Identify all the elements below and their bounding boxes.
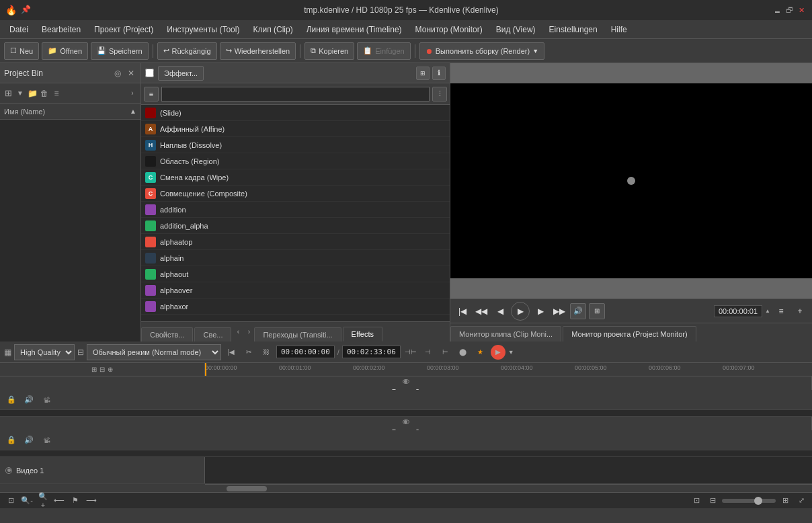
- h-scroll-thumb[interactable]: [227, 486, 267, 491]
- quality-select[interactable]: High Quality: [14, 344, 75, 360]
- add-folder-icon[interactable]: 📁: [27, 88, 38, 99]
- close-button[interactable]: ✕: [796, 5, 807, 15]
- tl-group-left[interactable]: ⊣: [421, 345, 436, 360]
- zoom-slider[interactable]: [722, 499, 776, 503]
- tab-prev-arrow[interactable]: ‹: [233, 327, 243, 337]
- tab-transitions[interactable]: Переходы (Transiti...: [254, 327, 341, 341]
- effect-item[interactable]: addition_alpha: [141, 218, 450, 234]
- track-video3-audio[interactable]: 🔊: [23, 394, 35, 406]
- step-forward-button[interactable]: ▶: [532, 303, 549, 319]
- track-video2-lock[interactable]: 🔒: [5, 434, 17, 446]
- new-button[interactable]: ☐ Neu: [4, 42, 39, 60]
- go-next-button[interactable]: ▶▶: [551, 303, 567, 319]
- go-prev-button[interactable]: ◀◀: [473, 303, 489, 319]
- tl-collapse-icon[interactable]: ⊟: [99, 366, 105, 373]
- effects-list-icon[interactable]: ≡: [144, 87, 159, 102]
- render-dropdown-arrow[interactable]: ▼: [532, 48, 538, 54]
- play-button[interactable]: ▶: [511, 302, 530, 321]
- status-prev-mark[interactable]: ⟵: [52, 494, 66, 508]
- monitor-add-button[interactable]: +: [792, 303, 808, 319]
- tl-go-start[interactable]: |◀: [224, 345, 239, 360]
- tl-play-timeline[interactable]: ▶: [491, 345, 505, 360]
- tl-split[interactable]: ⊣⊢: [403, 345, 418, 360]
- status-expand[interactable]: ⊞: [778, 494, 792, 508]
- time-spinner-up[interactable]: ▲: [765, 308, 770, 314]
- status-fullscreen-2[interactable]: ⤢: [795, 494, 808, 508]
- menu-view[interactable]: Вид (View): [489, 22, 542, 37]
- menu-bearbeiten[interactable]: Bearbeiten: [35, 22, 87, 37]
- effect-item[interactable]: (Slide): [141, 105, 450, 121]
- tab-eigenschaften[interactable]: Свойств...: [141, 327, 193, 341]
- menu-clip[interactable]: Клип (Clip): [246, 22, 299, 37]
- name-column-header[interactable]: Имя (Name) ▲: [0, 104, 140, 120]
- monitor-menu-button[interactable]: ≡: [773, 303, 789, 319]
- tl-extract[interactable]: ⬤: [456, 345, 471, 360]
- render-button[interactable]: ⏺ Выполнить сборку (Render) ▼: [419, 42, 544, 60]
- more-arrow[interactable]: ›: [127, 88, 138, 99]
- status-fit-btn[interactable]: ⊡: [4, 494, 17, 508]
- panel-float-icon[interactable]: ◎: [112, 68, 123, 79]
- effect-item[interactable]: alphain: [141, 250, 450, 266]
- menu-datei[interactable]: Datei: [3, 22, 35, 37]
- track-video1-mute[interactable]: [5, 467, 12, 474]
- status-next-mark[interactable]: ⟶: [85, 494, 98, 508]
- effects-tab-button[interactable]: Эффект...: [158, 66, 204, 81]
- effect-item[interactable]: CСмена кадра (Wipe): [141, 169, 450, 186]
- track-video3-mute[interactable]: [403, 379, 409, 384]
- tl-favorite[interactable]: ★: [473, 345, 488, 360]
- redo-button[interactable]: ↪ Wiederherstellen: [220, 42, 296, 60]
- tl-play-dropdown[interactable]: ▼: [508, 349, 514, 356]
- effect-item[interactable]: addition: [141, 202, 450, 218]
- project-view-icon[interactable]: ⊞: [3, 88, 13, 99]
- mode-select[interactable]: Обычный режим (Normal mode): [87, 344, 221, 360]
- list-view-icon[interactable]: ≡: [51, 88, 62, 99]
- effect-item[interactable]: alphaatop: [141, 234, 450, 250]
- status-zoom-out-btn[interactable]: 🔍-: [20, 494, 34, 508]
- undo-button[interactable]: ↩ Rückgängig: [157, 42, 217, 60]
- tl-group-right[interactable]: ⊢: [438, 345, 453, 360]
- tab-next-arrow[interactable]: ›: [243, 327, 254, 337]
- tl-add-track-icon[interactable]: ⊕: [108, 366, 113, 373]
- view-dropdown-icon[interactable]: ▼: [15, 88, 26, 99]
- save-button[interactable]: 💾 Speichern: [91, 42, 149, 60]
- menu-tools[interactable]: Инструменты (Tool): [160, 22, 246, 37]
- status-collapse[interactable]: ⊟: [706, 494, 719, 508]
- effect-item[interactable]: AАффинный (Affine): [141, 121, 450, 137]
- effect-item[interactable]: alphaout: [141, 266, 450, 282]
- track-video2-mute[interactable]: [403, 419, 409, 424]
- grid-btn[interactable]: ⊞: [589, 303, 605, 319]
- tab-effects[interactable]: Effects: [343, 327, 382, 341]
- panel-close-icon[interactable]: ✕: [126, 68, 136, 79]
- go-start-button[interactable]: |◀: [454, 303, 471, 319]
- effect-item[interactable]: Область (Region): [141, 153, 450, 169]
- tl-link[interactable]: ⛓: [259, 345, 274, 360]
- tl-expand-icon[interactable]: ⊞: [91, 366, 97, 373]
- copy-button[interactable]: ⧉ Kopieren: [304, 42, 354, 60]
- track-video3-video[interactable]: 📽: [40, 394, 52, 406]
- track-video2-video[interactable]: 📽: [40, 434, 52, 446]
- status-zoom-in-btn[interactable]: 🔍+: [36, 494, 50, 508]
- pin-icon[interactable]: 📌: [21, 5, 31, 15]
- effect-item[interactable]: HНаплыв (Dissolve): [141, 137, 450, 153]
- menu-timeline[interactable]: Линия времени (Timeline): [300, 22, 409, 37]
- tab-project-monitor[interactable]: Монитор проекта (Project Monitor): [563, 326, 696, 341]
- status-flag[interactable]: ⚑: [69, 494, 82, 508]
- open-button[interactable]: 📁 Öffnen: [42, 42, 88, 60]
- menu-hilfe[interactable]: Hilfe: [604, 22, 634, 37]
- effects-info-icon[interactable]: ℹ: [432, 67, 446, 80]
- status-fullscreen[interactable]: ⊡: [690, 494, 703, 508]
- tab-sve[interactable]: Све...: [194, 327, 231, 341]
- maximize-button[interactable]: 🗗: [784, 5, 795, 15]
- effects-search-input[interactable]: [161, 87, 430, 102]
- delete-icon[interactable]: 🗑: [39, 88, 50, 99]
- paste-button[interactable]: 📋 Einfügen: [357, 42, 410, 60]
- menu-project[interactable]: Проект (Project): [87, 22, 160, 37]
- step-back-button[interactable]: ◀: [492, 303, 508, 319]
- minimize-button[interactable]: 🗕: [772, 5, 782, 15]
- track-video2-audio[interactable]: 🔊: [23, 434, 35, 446]
- menu-einstellungen[interactable]: Einstellungen: [542, 22, 604, 37]
- effect-item[interactable]: alphaxor: [141, 298, 450, 315]
- tab-clip-monitor[interactable]: Монитор клипа (Clip Moni...: [450, 326, 561, 341]
- tl-cut[interactable]: ✂: [241, 345, 256, 360]
- menu-monitor[interactable]: Монитор (Monitor): [409, 22, 489, 37]
